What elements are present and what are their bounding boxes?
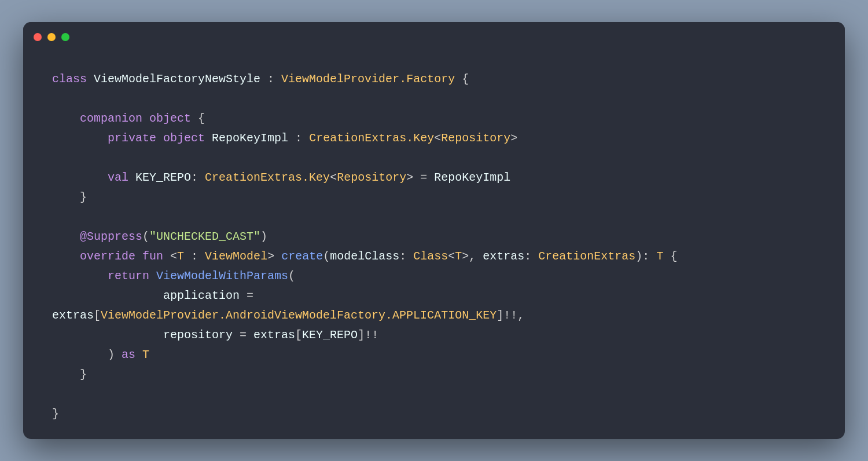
code-line-13: extras[ViewModelProvider.AndroidViewMode…	[52, 306, 816, 325]
code-line-4: private object RepoKeyImpl : CreationExt…	[52, 129, 816, 148]
minimize-button[interactable]	[47, 33, 56, 41]
code-editor-window: class ViewModelFactoryNewStyle : ViewMod…	[23, 22, 845, 439]
code-line-1: class ViewModelFactoryNewStyle : ViewMod…	[52, 69, 816, 89]
code-line-6: val KEY_REPO: CreationExtras.Key<Reposit…	[52, 168, 816, 188]
code-line-9: @Suppress("UNCHECKED_CAST")	[52, 227, 816, 247]
code-line-10: override fun <T : ViewModel> create(mode…	[52, 247, 816, 266]
code-line-7: }	[52, 188, 816, 207]
code-line-14: repository = extras[KEY_REPO]!!	[52, 325, 816, 345]
code-line-blank-2	[52, 148, 816, 168]
code-line-blank-1	[52, 89, 816, 109]
code-line-11: return ViewModelWithParams(	[52, 266, 816, 286]
close-button[interactable]	[34, 33, 42, 41]
code-line-18: }	[52, 404, 816, 424]
code-line-16: }	[52, 365, 816, 385]
code-content: class ViewModelFactoryNewStyle : ViewMod…	[23, 52, 845, 439]
code-line-12: application =	[52, 286, 816, 306]
code-line-blank-3	[52, 207, 816, 227]
code-line-blank-4	[52, 385, 816, 404]
maximize-button[interactable]	[61, 33, 69, 41]
title-bar	[23, 22, 845, 52]
code-line-3: companion object {	[52, 109, 816, 129]
code-line-15: ) as T	[52, 345, 816, 365]
